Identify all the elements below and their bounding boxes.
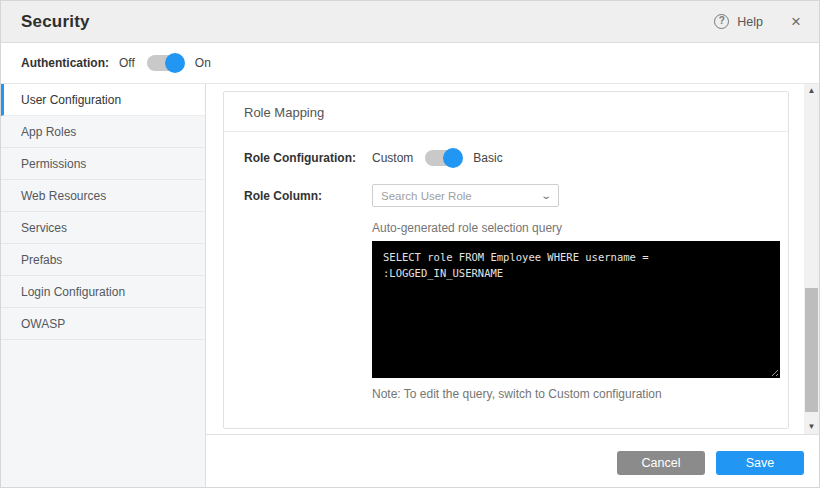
authentication-on-label: On <box>195 56 211 70</box>
sidebar-item-permissions[interactable]: Permissions <box>1 148 205 180</box>
panel-title: Role Mapping <box>224 92 788 132</box>
sidebar-item-prefabs[interactable]: Prefabs <box>1 244 205 276</box>
role-configuration-toggle[interactable] <box>425 150 461 166</box>
role-configuration-label: Role Configuration: <box>244 151 372 165</box>
authentication-toggle[interactable] <box>147 55 183 71</box>
help-icon[interactable]: ? <box>714 14 729 29</box>
sidebar-item-web-resources[interactable]: Web Resources <box>1 180 205 212</box>
role-column-select[interactable]: Search User Role ⌄ <box>372 184 559 207</box>
role-configuration-row: Role Configuration: Custom Basic <box>244 150 768 166</box>
authentication-off-label: Off <box>119 56 135 70</box>
scrollbar[interactable]: ▲ ▼ <box>804 84 819 434</box>
main-content: Role Mapping Role Configuration: Custom … <box>206 84 819 488</box>
authentication-row: Authentication: Off On <box>1 43 819 84</box>
sidebar-item-app-roles[interactable]: App Roles <box>1 116 205 148</box>
authentication-label: Authentication: <box>21 56 119 70</box>
sidebar-item-owasp[interactable]: OWASP <box>1 308 205 340</box>
role-selection-query-textarea[interactable]: SELECT role FROM Employee WHERE username… <box>372 241 780 378</box>
sidebar-item-login-configuration[interactable]: Login Configuration <box>1 276 205 308</box>
query-caption: Auto-generated role selection query <box>372 221 768 235</box>
scroll-region: Role Mapping Role Configuration: Custom … <box>206 84 819 434</box>
role-column-label: Role Column: <box>244 189 372 203</box>
scrollbar-thumb[interactable] <box>805 288 818 412</box>
toggle-knob <box>165 53 185 73</box>
help-link[interactable]: Help <box>737 15 763 29</box>
query-note: Note: To edit the query, switch to Custo… <box>372 387 768 401</box>
scroll-down-icon[interactable]: ▼ <box>804 420 819 434</box>
sidebar-item-services[interactable]: Services <box>1 212 205 244</box>
role-column-placeholder: Search User Role <box>381 190 542 202</box>
close-icon[interactable]: × <box>791 13 801 30</box>
toggle-knob <box>443 148 463 168</box>
role-config-custom-label: Custom <box>372 151 413 165</box>
role-config-basic-label: Basic <box>473 151 502 165</box>
role-mapping-panel: Role Mapping Role Configuration: Custom … <box>223 91 789 429</box>
query-block: Auto-generated role selection query SELE… <box>372 221 768 401</box>
cancel-button[interactable]: Cancel <box>617 451 705 475</box>
footer-actions: Cancel Save <box>206 434 819 488</box>
scroll-up-icon[interactable]: ▲ <box>804 84 819 98</box>
dialog-header: Security ? Help × <box>1 1 819 43</box>
sidebar-item-user-configuration[interactable]: User Configuration <box>1 84 205 116</box>
save-button[interactable]: Save <box>716 451 804 475</box>
role-column-row: Role Column: Search User Role ⌄ <box>244 184 768 207</box>
security-dialog: Security ? Help × Authentication: Off On… <box>0 0 820 488</box>
chevron-down-icon: ⌄ <box>540 190 552 201</box>
sidebar: User Configuration App Roles Permissions… <box>1 84 206 488</box>
page-title: Security <box>21 12 90 32</box>
